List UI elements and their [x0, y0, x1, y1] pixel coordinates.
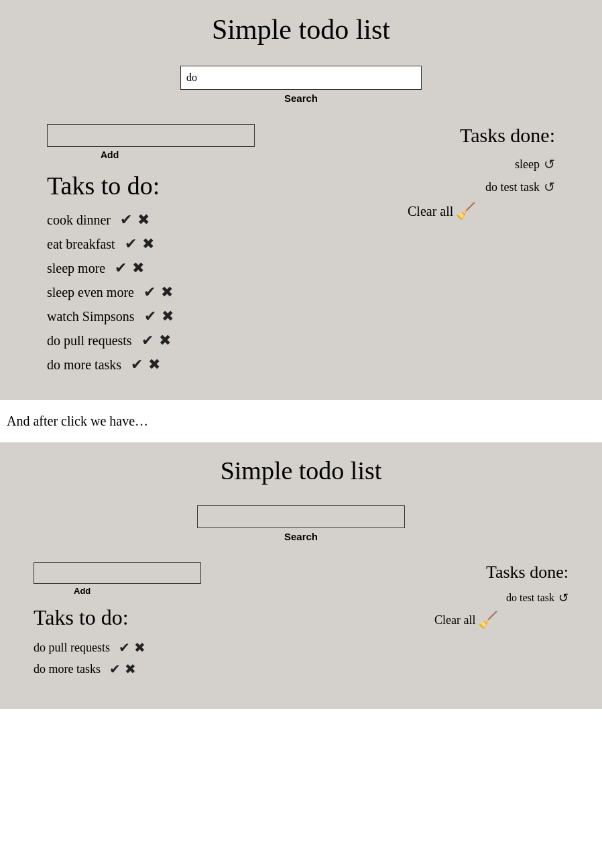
table-row: do more tasks ✔ ✖ — [47, 356, 381, 373]
main-content: Add Taks to do: cook dinner ✔ ✖ eat brea… — [0, 124, 602, 380]
app-title: Simple todo list — [0, 13, 602, 46]
search-input[interactable] — [180, 66, 422, 90]
complete-button[interactable]: ✔ — [139, 332, 156, 349]
task-name: do more tasks — [47, 357, 121, 373]
left-panel: Add Taks to do: cook dinner ✔ ✖ eat brea… — [47, 124, 381, 380]
table-row: do pull requests ✔ ✖ — [34, 639, 414, 656]
table-row: watch Simpsons ✔ ✖ — [47, 308, 381, 325]
s2-task-list: do pull requests ✔ ✖ do more tasks ✔ ✖ — [34, 639, 414, 677]
complete-button[interactable]: ✔ — [117, 211, 135, 229]
done-item: do test task ↺ — [408, 179, 555, 195]
broom-icon: 🧹 — [456, 202, 476, 221]
s2-tasks-to-do-title: Taks to do: — [34, 605, 414, 630]
s2-app-title: Simple todo list — [0, 456, 602, 485]
s2-broom-icon: 🧹 — [478, 611, 498, 629]
search-label: Search — [284, 92, 318, 104]
delete-button[interactable]: ✖ — [139, 235, 157, 253]
complete-button[interactable]: ✔ — [128, 356, 145, 373]
s2-main-content: Add Taks to do: do pull requests ✔ ✖ do … — [0, 562, 602, 682]
s2-clear-all-label: Clear all — [434, 613, 475, 627]
done-task-name: do test task — [485, 180, 540, 194]
s2-search-label: Search — [284, 531, 318, 542]
done-task-name: sleep — [515, 158, 540, 172]
search-area: Search — [0, 66, 602, 104]
s2-search-area: Search — [0, 505, 602, 542]
task-name: sleep even more — [47, 285, 134, 300]
complete-button[interactable]: ✔ — [141, 284, 158, 301]
s2-right-panel: Tasks done: do test task ↺ Clear all 🧹 — [434, 562, 568, 629]
s2-delete-button[interactable]: ✖ — [132, 639, 147, 656]
add-input[interactable] — [47, 124, 255, 147]
s2-clear-all-button[interactable]: Clear all 🧹 — [434, 611, 498, 629]
s2-left-panel: Add Taks to do: do pull requests ✔ ✖ do … — [34, 562, 414, 682]
table-row: eat breakfast ✔ ✖ — [47, 235, 381, 253]
s2-task-name: do more tasks — [34, 662, 101, 676]
table-row: sleep even more ✔ ✖ — [47, 284, 381, 301]
undo-button[interactable]: ↺ — [544, 179, 555, 195]
table-row: do more tasks ✔ ✖ — [34, 661, 414, 677]
delete-button[interactable]: ✖ — [129, 259, 147, 277]
tasks-done-title: Tasks done: — [408, 124, 555, 147]
s2-done-item: do test task ↺ — [434, 591, 568, 605]
task-list: cook dinner ✔ ✖ eat breakfast ✔ ✖ sleep … — [47, 211, 381, 373]
s2-add-label: Add — [74, 586, 91, 596]
task-name: cook dinner — [47, 212, 111, 228]
s2-complete-button[interactable]: ✔ — [107, 661, 123, 677]
clear-all-button[interactable]: Clear all 🧹 — [408, 202, 476, 221]
tasks-to-do-title: Taks to do: — [47, 171, 381, 200]
table-row: sleep more ✔ ✖ — [47, 259, 381, 277]
done-item: sleep ↺ — [408, 156, 555, 172]
undo-button[interactable]: ↺ — [544, 156, 555, 172]
s2-undo-button[interactable]: ↺ — [558, 591, 568, 605]
task-name: do pull requests — [47, 333, 132, 349]
delete-button[interactable]: ✖ — [145, 356, 163, 373]
s2-add-input[interactable] — [34, 562, 201, 584]
complete-button[interactable]: ✔ — [122, 235, 139, 253]
delete-button[interactable]: ✖ — [159, 308, 176, 325]
s2-search-input[interactable] — [197, 505, 405, 528]
section2: Simple todo list Search Add Taks to do: … — [0, 442, 602, 709]
s2-add-area: Add — [34, 562, 414, 596]
task-name: eat breakfast — [47, 237, 115, 252]
s2-tasks-done-title: Tasks done: — [434, 562, 568, 582]
s2-done-task-name: do test task — [506, 592, 554, 604]
add-label: Add — [101, 149, 119, 160]
right-panel: Tasks done: sleep ↺ do test task ↺ Clear… — [408, 124, 555, 221]
between-sections-text: And after click we have… — [0, 400, 602, 442]
table-row: do pull requests ✔ ✖ — [47, 332, 381, 349]
delete-button[interactable]: ✖ — [158, 284, 176, 301]
task-name: sleep more — [47, 261, 105, 276]
delete-button[interactable]: ✖ — [135, 211, 152, 229]
delete-button[interactable]: ✖ — [156, 332, 174, 349]
s2-complete-button[interactable]: ✔ — [117, 639, 132, 656]
s2-delete-button[interactable]: ✖ — [123, 661, 138, 677]
table-row: cook dinner ✔ ✖ — [47, 211, 381, 229]
complete-button[interactable]: ✔ — [141, 308, 159, 325]
s2-task-name: do pull requests — [34, 641, 110, 655]
clear-all-label: Clear all — [408, 204, 453, 219]
task-name: watch Simpsons — [47, 309, 135, 324]
section1: Simple todo list Search Add Taks to do: … — [0, 0, 602, 400]
complete-button[interactable]: ✔ — [112, 259, 129, 277]
add-area: Add — [47, 124, 381, 160]
